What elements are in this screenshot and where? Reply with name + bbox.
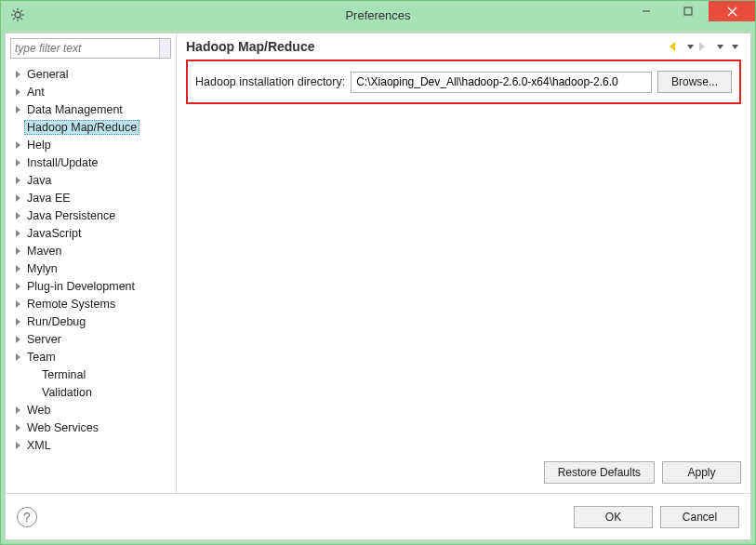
help-icon[interactable]: ?	[17, 507, 37, 527]
expand-arrow-icon[interactable]	[13, 336, 24, 343]
tree-item-ant[interactable]: Ant	[6, 83, 176, 100]
tree-item-label: Web	[24, 404, 53, 417]
tree-item-label: Maven	[24, 245, 65, 258]
svg-rect-10	[684, 7, 692, 15]
view-menu-icon[interactable]	[728, 40, 741, 53]
restore-defaults-button[interactable]: Restore Defaults	[544, 461, 655, 484]
tree-item-label: Java	[24, 174, 54, 187]
expand-arrow-icon[interactable]	[13, 265, 24, 272]
tree-item-plug-in-development[interactable]: Plug-in Development	[6, 277, 176, 295]
filter-clear-button[interactable]	[159, 39, 170, 58]
svg-point-0	[15, 12, 20, 18]
main-panel: Hadoop Map/Reduce Hadoop installation di…	[177, 33, 750, 493]
tree-item-web-services[interactable]: Web Services	[6, 419, 176, 436]
page-title: Hadoop Map/Reduce	[186, 39, 669, 54]
tree-item-label: Mylyn	[24, 262, 60, 275]
tree-item-java[interactable]: Java	[6, 171, 176, 189]
tree-item-validation[interactable]: Validation	[6, 383, 176, 401]
tree-item-label: Remote Systems	[24, 298, 118, 311]
tree-item-mylyn[interactable]: Mylyn	[6, 259, 176, 277]
tree-item-label: Plug-in Development	[24, 280, 138, 293]
tree-item-label: Data Management	[24, 103, 126, 116]
expand-arrow-icon[interactable]	[13, 230, 24, 237]
dialog-body: GeneralAntData ManagementHadoop Map/Redu…	[5, 33, 751, 540]
tree-item-label: XML	[24, 439, 54, 452]
back-menu-icon[interactable]	[683, 40, 696, 53]
filter-row	[6, 33, 176, 63]
expand-arrow-icon[interactable]	[13, 300, 24, 308]
tree-item-label: Team	[24, 351, 59, 364]
tree-item-run-debug[interactable]: Run/Debug	[6, 312, 176, 330]
maximize-button[interactable]	[667, 1, 709, 21]
titlebar: Preferences	[1, 1, 755, 29]
expand-arrow-icon[interactable]	[13, 353, 24, 361]
tree-item-label: Run/Debug	[24, 315, 88, 328]
tree-item-hadoop-map-reduce[interactable]: Hadoop Map/Reduce	[6, 118, 176, 136]
tree-item-help[interactable]: Help	[6, 136, 176, 153]
main-spacer	[186, 104, 741, 454]
main-footer: Restore Defaults Apply	[186, 454, 741, 484]
content-area: GeneralAntData ManagementHadoop Map/Redu…	[6, 33, 750, 493]
expand-arrow-icon[interactable]	[13, 71, 24, 78]
tree-item-label: Java Persistence	[24, 209, 118, 222]
filter-input-wrap	[10, 38, 171, 59]
expand-arrow-icon[interactable]	[13, 141, 24, 149]
tree-item-server[interactable]: Server	[6, 330, 176, 348]
tree-item-maven[interactable]: Maven	[6, 242, 176, 259]
tree-item-team[interactable]: Team	[6, 348, 176, 366]
tree-item-xml[interactable]: XML	[6, 436, 176, 454]
close-button[interactable]	[709, 1, 755, 21]
tree-item-label: Java EE	[24, 192, 73, 205]
tree-item-label: Terminal	[39, 368, 88, 381]
expand-arrow-icon[interactable]	[13, 442, 24, 449]
tree-item-data-management[interactable]: Data Management	[6, 100, 176, 118]
expand-arrow-icon[interactable]	[13, 283, 24, 290]
ok-button[interactable]: OK	[574, 506, 653, 528]
bottom-bar: ? OK Cancel	[6, 493, 750, 539]
tree-item-label: Help	[24, 139, 54, 152]
tree-item-label: Install/Update	[24, 156, 100, 169]
forward-menu-icon[interactable]	[713, 40, 726, 53]
tree-item-terminal[interactable]: Terminal	[6, 366, 176, 383]
tree-item-java-persistence[interactable]: Java Persistence	[6, 206, 176, 224]
install-dir-input[interactable]	[351, 72, 652, 93]
expand-arrow-icon[interactable]	[13, 194, 24, 202]
expand-arrow-icon[interactable]	[13, 247, 24, 255]
main-header: Hadoop Map/Reduce	[186, 39, 741, 60]
tree-item-label: JavaScript	[24, 227, 84, 240]
tree-item-label: Validation	[39, 386, 95, 399]
expand-arrow-icon[interactable]	[13, 159, 24, 166]
install-dir-label: Hadoop installation directory:	[195, 75, 345, 88]
tree-item-web[interactable]: Web	[6, 401, 176, 419]
back-icon[interactable]	[669, 40, 682, 53]
tree-item-javascript[interactable]: JavaScript	[6, 224, 176, 242]
expand-arrow-icon[interactable]	[13, 424, 24, 432]
tree-item-general[interactable]: General	[6, 65, 176, 83]
tree-item-label: Web Services	[24, 421, 101, 434]
expand-arrow-icon[interactable]	[13, 212, 24, 219]
expand-arrow-icon[interactable]	[13, 406, 24, 414]
app-icon	[10, 7, 25, 22]
tree-item-label: Hadoop Map/Reduce	[24, 120, 139, 135]
expand-arrow-icon[interactable]	[13, 88, 24, 96]
expand-arrow-icon[interactable]	[13, 177, 24, 184]
expand-arrow-icon[interactable]	[13, 318, 24, 326]
apply-button[interactable]: Apply	[662, 461, 741, 484]
filter-input[interactable]	[11, 39, 159, 58]
tree-item-java-ee[interactable]: Java EE	[6, 189, 176, 206]
tree-item-label: Server	[24, 333, 64, 346]
preferences-tree[interactable]: GeneralAntData ManagementHadoop Map/Redu…	[6, 63, 176, 493]
browse-button[interactable]: Browse...	[657, 71, 732, 93]
tree-item-label: Ant	[24, 86, 47, 99]
tree-item-label: General	[24, 68, 71, 81]
forward-icon[interactable]	[698, 40, 711, 53]
tree-item-install-update[interactable]: Install/Update	[6, 153, 176, 171]
cancel-button[interactable]: Cancel	[660, 506, 739, 528]
minimize-button[interactable]	[625, 1, 667, 21]
highlighted-section: Hadoop installation directory: Browse...	[186, 60, 741, 104]
nav-icons	[669, 40, 741, 53]
preferences-window: Preferences GeneralAntData	[0, 0, 756, 545]
svg-line-7	[13, 18, 15, 20]
expand-arrow-icon[interactable]	[13, 106, 24, 113]
tree-item-remote-systems[interactable]: Remote Systems	[6, 295, 176, 312]
